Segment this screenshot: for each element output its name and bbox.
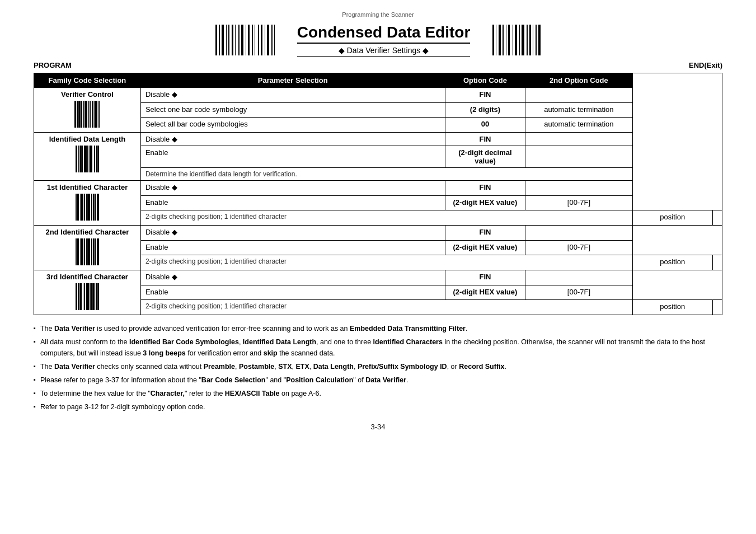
option2-cell <box>525 88 632 103</box>
note-item: ▪To determine the hex value for the "Cha… <box>34 388 722 399</box>
note-text: To determine the hex value for the "Char… <box>40 388 321 399</box>
main-title: Condensed Data Editor <box>297 24 471 44</box>
option-cell: (2-digit HEX value) <box>445 240 525 255</box>
left-barcode <box>215 25 275 55</box>
family-cell-0: Verifier Control <box>34 88 141 133</box>
family-cell-4: 3rd Identified Character <box>34 270 141 315</box>
note-item: ▪Please refer to page 3-37 for informati… <box>34 374 722 386</box>
family-cell-1: Identified Data Length <box>34 133 141 181</box>
option-cell: (2-digit HEX value) <box>445 195 525 210</box>
position-cell: position <box>632 255 712 270</box>
sub-title: ◆ Data Verifier Settings ◆ <box>297 46 471 57</box>
param-cell: Enable <box>140 146 445 168</box>
note-cell: 2-digits checking position; 1 identified… <box>140 255 632 270</box>
page-number: 3-34 <box>34 423 722 431</box>
note-item: ▪Refer to page 3-12 for 2-digit symbolog… <box>34 401 722 413</box>
notes-section: ▪The Data Verifier is used to provide ad… <box>34 323 722 413</box>
note-text: Please refer to page 3-37 for informatio… <box>40 374 408 386</box>
note-cell: 2-digits checking position; 1 identified… <box>140 300 632 315</box>
page-subtitle: Programming the Scanner <box>34 11 722 18</box>
bullet-icon: ▪ <box>34 362 36 372</box>
option-cell: FIN <box>445 226 525 241</box>
col-header-family: Family Code Selection <box>34 73 141 88</box>
bullet-icon: ▪ <box>34 402 36 413</box>
param-cell: Disable ◆ <box>140 88 445 103</box>
col-header-option2: 2nd Option Code <box>525 73 632 88</box>
family-cell-3: 2nd Identified Character <box>34 226 141 270</box>
option-cell: FIN <box>445 270 525 285</box>
bullet-icon: ▪ <box>34 324 36 334</box>
bullet-icon: ▪ <box>34 388 36 399</box>
param-cell: Disable ◆ <box>140 181 445 196</box>
main-table: Family Code Selection Parameter Selectio… <box>34 73 722 315</box>
option-cell: 00 <box>445 118 525 133</box>
note-text: Refer to page 3-12 for 2-digit symbology… <box>40 401 205 413</box>
col-header-option: Option Code <box>445 73 525 88</box>
option-cell: FIN <box>445 181 525 196</box>
bullet-icon: ▪ <box>34 375 36 386</box>
option-cell: FIN <box>445 133 525 146</box>
param-cell: Select all bar code symbologies <box>140 118 445 133</box>
end-label: END(Exit) <box>689 61 722 69</box>
option2-cell <box>525 181 632 196</box>
option-cell: FIN <box>445 88 525 103</box>
program-label: PROGRAM <box>34 61 72 69</box>
right-barcode <box>492 25 541 55</box>
option-cell: (2-digit HEX value) <box>445 285 525 300</box>
option-cell: (2 digits) <box>445 102 525 118</box>
empty-cell <box>713 210 722 226</box>
position-cell: position <box>632 300 712 315</box>
option2-cell: [00-7F] <box>525 195 632 210</box>
empty-cell <box>713 300 722 315</box>
option2-cell <box>525 270 632 285</box>
note-item: ▪The Data Verifier is used to provide ad… <box>34 323 722 334</box>
option2-cell <box>525 133 632 146</box>
param-cell: Disable ◆ <box>140 270 445 285</box>
param-cell: Disable ◆ <box>140 226 445 241</box>
param-cell: Select one bar code symbology <box>140 102 445 118</box>
position-cell: position <box>632 210 712 226</box>
option2-cell: automatic termination <box>525 118 632 133</box>
note-item: ▪The Data Verifier checks only scanned d… <box>34 361 722 372</box>
col-header-param: Parameter Selection <box>140 73 445 88</box>
family-cell-2: 1st Identified Character <box>34 181 141 226</box>
param-cell: Disable ◆ <box>140 133 445 146</box>
note-text: The Data Verifier is used to provide adv… <box>40 323 468 334</box>
option2-cell <box>525 226 632 241</box>
param-cell: Enable <box>140 285 445 300</box>
option2-cell: automatic termination <box>525 102 632 118</box>
bullet-icon: ▪ <box>34 337 36 359</box>
param-cell: Enable <box>140 195 445 210</box>
empty-cell <box>713 255 722 270</box>
note-item: ▪All data must conform to the Identified… <box>34 336 722 359</box>
param-cell: Enable <box>140 240 445 255</box>
option2-cell: [00-7F] <box>525 240 632 255</box>
note-cell: 2-digits checking position; 1 identified… <box>140 210 632 226</box>
note-text: The Data Verifier checks only scanned da… <box>40 361 506 372</box>
option2-cell <box>525 146 632 168</box>
option-cell: (2-digit decimal value) <box>445 146 525 168</box>
option2-cell: [00-7F] <box>525 285 632 300</box>
note-text: All data must conform to the Identified … <box>40 336 722 359</box>
note-cell: Determine the identified data length for… <box>140 168 632 181</box>
